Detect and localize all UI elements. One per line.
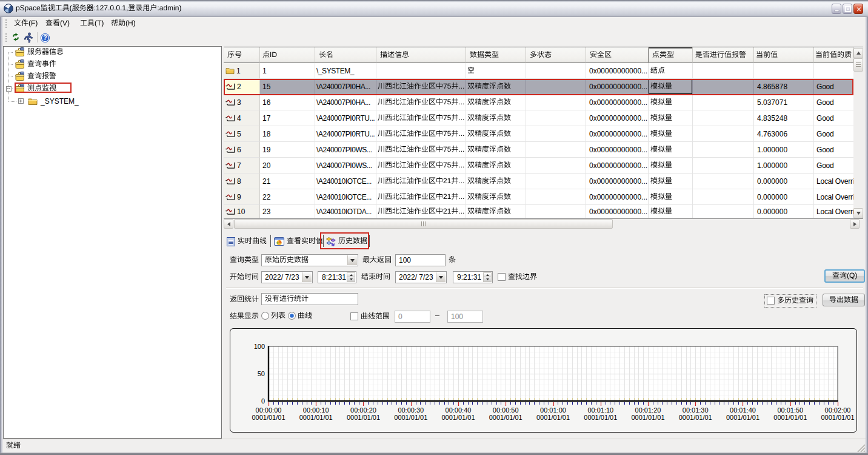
svg-text:00:01:20: 00:01:20 [635,406,661,414]
svg-text:?: ? [43,34,47,41]
svg-text:00:01:50: 00:01:50 [777,406,803,414]
svg-text:0001/01/01: 0001/01/01 [489,414,522,421]
svg-text:00:00:00: 00:00:00 [256,406,282,414]
svg-text:00:00:10: 00:00:10 [303,406,329,414]
svg-text:0: 0 [261,397,265,405]
svg-text:100: 100 [254,343,265,350]
svg-text:0001/01/01: 0001/01/01 [441,414,475,421]
svg-text:0001/01/01: 0001/01/01 [536,414,570,421]
svg-text:00:02:00: 00:02:00 [825,406,851,414]
svg-text:00:00:40: 00:00:40 [446,406,472,414]
svg-text:00:01:30: 00:01:30 [683,406,709,414]
svg-text:00:01:00: 00:01:00 [540,406,566,414]
svg-text:0001/01/01: 0001/01/01 [347,414,380,421]
svg-text:0001/01/01: 0001/01/01 [726,414,760,421]
svg-text:0001/01/01: 0001/01/01 [773,414,807,421]
svg-text:0001/01/01: 0001/01/01 [679,414,712,421]
svg-text:50: 50 [258,370,265,377]
svg-text:00:01:10: 00:01:10 [587,406,613,414]
svg-text:0001/01/01: 0001/01/01 [394,414,427,421]
svg-text:0001/01/01: 0001/01/01 [631,414,664,421]
svg-text:0001/01/01: 0001/01/01 [299,414,333,421]
svg-text:00:00:30: 00:00:30 [398,406,424,414]
svg-text:0001/01/01: 0001/01/01 [252,414,285,421]
svg-text:0001/01/01: 0001/01/01 [821,414,854,421]
svg-text:00:00:20: 00:00:20 [350,406,376,414]
svg-text:00:01:40: 00:01:40 [730,406,756,414]
svg-text:0001/01/01: 0001/01/01 [584,414,617,421]
svg-text:00:00:50: 00:00:50 [493,406,519,414]
